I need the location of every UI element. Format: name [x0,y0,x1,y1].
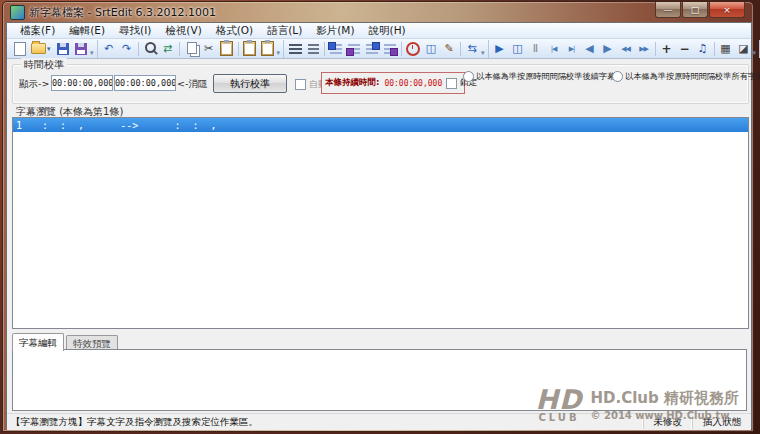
duration-label: 本條持續時間: [325,77,379,89]
paste-style-icon[interactable] [259,40,277,57]
toggle-view-icon[interactable]: ⇆ [463,40,481,57]
select-lines-icon[interactable] [286,40,304,57]
menu-item-edit[interactable]: 編輯(E) [62,24,112,38]
zoom-in-icon[interactable]: + [658,40,676,57]
play-icon[interactable]: ▶ [491,40,509,57]
redo-icon[interactable]: ↷ [118,40,136,57]
desktop: 新字幕檔案 - SrtEdit 6.3.2012.1001 — □ × 檔案(F… [0,0,760,434]
checkbox-icon [295,79,306,90]
status-bar: 【字幕瀏覽方塊】字幕文字及指令瀏覽及搜索定位作業區。 未修改 插入狀態 [7,413,751,430]
end-time-input[interactable] [114,75,176,91]
show-label: 顯示-> [19,78,49,91]
play-frame-icon[interactable]: ◫ [422,40,440,57]
app-icon [10,5,25,20]
paste-special-icon[interactable] [241,40,259,57]
save-as-icon[interactable] [72,40,90,57]
menu-item-movie[interactable]: 影片(M) [309,24,361,38]
radio-icon [463,71,474,82]
window-controls: — □ × [654,2,745,18]
fast-forward-icon[interactable]: ▶▶ [635,40,653,57]
menu-bar: 檔案(F) 編輯(E) 尋找(I) 檢視(V) 格式(O) 語言(L) 影片(M… [7,23,751,39]
toolbar: ▾ ▾ ↶ ↷ ⇄ ✂ [7,39,751,59]
insert-line-before-icon[interactable] [327,40,345,57]
zoom-out-icon[interactable]: − [676,40,694,57]
duration-frame: 本條持續時間: 00:00:00,000 鎖定 [321,72,465,94]
subtitle-index: 1 [16,120,42,131]
toolbar-group-edit: ↶ ↷ ⇄ ✂ ▾ [98,40,285,58]
menu-item-view[interactable]: 檢視(V) [158,24,208,38]
prev-subtitle-icon[interactable]: |◀ [545,40,563,57]
editor-tabs: 字幕編輯 特效預覽 [12,333,120,349]
status-insert-mode: 插入狀態 [692,416,751,429]
titlebar[interactable]: 新字幕檔案 - SrtEdit 6.3.2012.1001 — □ × [3,2,753,22]
minimize-button[interactable]: — [655,2,681,18]
app-window: 新字幕檔案 - SrtEdit 6.3.2012.1001 — □ × 檔案(F… [2,1,754,432]
edit-pen-icon[interactable]: ✎ [440,40,458,57]
toolbar-group-playback: ▶ ◫ Ⅱ |◀ ▶| ◀ ▶ ◀◀ ▶▶ + − ♫ ▦ ◪ ▾ [489,40,760,58]
toolbar-overflow-icon[interactable]: ▾ [90,49,94,57]
time-calibration-label: 時間校準 [21,58,67,72]
subtitle-text-editor[interactable] [12,349,747,411]
maximize-button[interactable]: □ [682,2,708,18]
toolbar-group-file: ▾ ▾ [9,40,98,58]
menu-item-file[interactable]: 檔案(F) [13,24,62,38]
toolbar-group-lines: ◫ ✎ ⇆ ▾ [284,40,489,58]
replace-icon[interactable]: ⇄ [159,40,177,57]
hide-label: <-消隱 [177,78,207,91]
rewind-icon[interactable]: ◀◀ [617,40,635,57]
menu-item-help[interactable]: 說明(H) [362,24,413,38]
audio-icon[interactable]: ♫ [694,40,712,57]
play-movie-icon[interactable]: ◫ [509,40,527,57]
save-icon[interactable] [54,40,72,57]
new-file-icon[interactable] [11,40,29,57]
status-modified: 未修改 [643,416,693,429]
time-shift-icon[interactable] [404,40,422,57]
toolbar-overflow-icon[interactable]: ▾ [481,49,485,57]
tab-subtitle-edit[interactable]: 字幕編輯 [12,333,64,351]
calibration-mode-radios: 以本條為準按原時間間隔校準後續字幕 以本條為準按原時間間隔校準所有字幕 以本條為… [463,70,760,82]
film-icon[interactable]: ▦ [717,40,735,57]
close-button[interactable]: × [709,2,745,18]
paste-icon[interactable] [218,40,236,57]
minimize-icon: — [664,5,673,15]
checkbox-icon [446,78,457,89]
split-lines-icon[interactable] [381,40,399,57]
invert-lines-icon[interactable] [304,40,322,57]
radio-calibrate-following[interactable]: 以本條為準按原時間間隔校準後續字幕 [463,70,612,82]
maximize-icon: □ [691,5,700,15]
insert-line-after-icon[interactable] [345,40,363,57]
toolbar-overflow-icon[interactable]: ▾ [753,49,757,57]
start-time-input[interactable] [51,75,113,91]
radio-icon [612,71,623,82]
clapper-icon[interactable]: ◪ [735,40,753,57]
menu-item-format[interactable]: 格式(O) [209,24,260,38]
subtitle-list[interactable]: 1 : : , --> : : , [12,117,749,329]
menu-item-find[interactable]: 尋找(I) [112,24,158,38]
undo-icon[interactable]: ↶ [100,40,118,57]
subtitle-row-selected[interactable]: 1 : : , --> : : , [13,118,748,132]
window-title: 新字幕檔案 - SrtEdit 6.3.2012.1001 [29,5,216,20]
time-calibration-group: 時間校準 顯示-> <-消隱 執行校準 自動校準並執行 本條持續時間: [12,64,749,104]
copy-icon[interactable] [182,40,200,57]
open-file-dropdown-icon[interactable]: ▾ [47,45,54,53]
merge-lines-icon[interactable] [363,40,381,57]
step-forward-icon[interactable]: ▶ [599,40,617,57]
run-calibration-button[interactable]: 執行校準 [213,74,287,93]
next-subtitle-icon[interactable]: ▶| [563,40,581,57]
duration-value: 00:00:00,000 [384,79,442,88]
step-back-icon[interactable]: ◀ [581,40,599,57]
toolbar-overflow-icon[interactable]: ▾ [277,49,281,57]
pause-icon[interactable]: Ⅱ [527,40,545,57]
subtitle-timecode: : : , --> : : , [42,120,217,131]
open-file-icon[interactable] [29,40,47,57]
radio-calibrate-all[interactable]: 以本條為準按原時間間隔校準所有字幕 [612,70,760,82]
find-icon[interactable] [141,40,159,57]
cut-icon[interactable]: ✂ [200,40,218,57]
client-area: 檔案(F) 編輯(E) 尋找(I) 檢視(V) 格式(O) 語言(L) 影片(M… [6,22,752,429]
close-icon: × [723,5,731,15]
menu-item-language[interactable]: 語言(L) [260,24,309,38]
status-message: 【字幕瀏覽方塊】字幕文字及指令瀏覽及搜索定位作業區。 [7,416,643,429]
